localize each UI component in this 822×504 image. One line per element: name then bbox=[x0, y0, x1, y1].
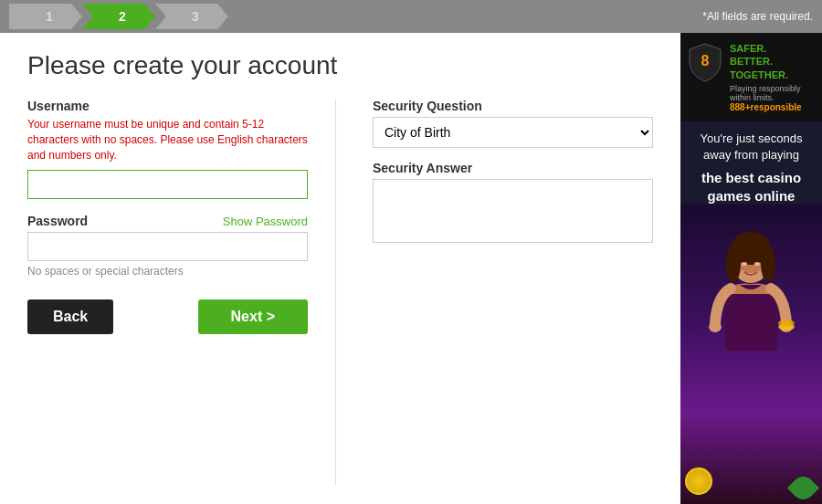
back-button[interactable]: Back bbox=[27, 299, 113, 334]
shield-icon: 8 bbox=[688, 42, 722, 82]
ad-casino-text: the best casino games online bbox=[694, 169, 808, 205]
security-answer-label: Security Answer bbox=[373, 161, 653, 175]
password-hint: No spaces or special characters bbox=[27, 265, 308, 278]
ad-brand: 888+responsible bbox=[730, 102, 815, 112]
form-right: Security Question City of Birth Mother's… bbox=[364, 99, 653, 486]
password-row: Password Show Password bbox=[27, 214, 308, 228]
next-button[interactable]: Next > bbox=[198, 299, 308, 334]
page-title: Please create your account bbox=[27, 51, 653, 80]
progress-steps: 1 2 3 bbox=[9, 4, 702, 29]
svg-point-9 bbox=[709, 321, 722, 332]
sidebar-ad: 8 SAFER. BETTER. TOGETHER. Playing respo… bbox=[680, 33, 822, 504]
username-input[interactable] bbox=[27, 170, 308, 199]
step-1-label: 1 bbox=[9, 4, 82, 29]
svg-point-7 bbox=[754, 262, 760, 266]
coin-decoration bbox=[685, 467, 712, 495]
ad-top: 8 SAFER. BETTER. TOGETHER. Playing respo… bbox=[680, 33, 822, 121]
ad-tagline: SAFER. BETTER. TOGETHER. bbox=[730, 42, 815, 81]
svg-point-4 bbox=[726, 246, 741, 282]
buttons-row: Back Next > bbox=[27, 299, 308, 334]
security-question-select[interactable]: City of Birth Mother's Maiden Name Name … bbox=[373, 117, 653, 148]
step-3-label: 3 bbox=[155, 4, 228, 29]
username-label: Username bbox=[27, 99, 308, 113]
show-password-link[interactable]: Show Password bbox=[223, 215, 308, 228]
security-answer-input[interactable] bbox=[373, 179, 653, 243]
step-2: 2 bbox=[82, 4, 155, 29]
ad-subtext: Playing responsibly within limits. bbox=[730, 84, 815, 102]
svg-point-6 bbox=[742, 262, 747, 266]
security-question-label: Security Question bbox=[373, 99, 653, 113]
ad-tagline-block: SAFER. BETTER. TOGETHER. Playing respons… bbox=[730, 42, 815, 112]
step-3: 3 bbox=[155, 4, 228, 29]
progress-bar: 1 2 3 *All fields are required. bbox=[0, 0, 822, 33]
ad-promo-text: You're just seconds away from playing bbox=[693, 121, 810, 169]
password-label: Password bbox=[27, 214, 88, 228]
svg-point-5 bbox=[761, 246, 775, 282]
svg-point-12 bbox=[778, 320, 795, 327]
step-1: 1 bbox=[9, 4, 82, 29]
form-area: Please create your account Username Your… bbox=[0, 33, 680, 504]
main-area: Please create your account Username Your… bbox=[0, 33, 822, 504]
svg-text:8: 8 bbox=[701, 53, 710, 68]
svg-rect-8 bbox=[725, 294, 777, 351]
form-columns: Username Your username must be unique an… bbox=[27, 99, 653, 486]
step-2-label: 2 bbox=[82, 4, 155, 29]
required-note: *All fields are required. bbox=[702, 10, 813, 23]
leaf-decoration bbox=[787, 472, 819, 504]
password-input[interactable] bbox=[27, 232, 308, 261]
ad-image-area bbox=[680, 205, 822, 504]
username-error: Your username must be unique and contain… bbox=[27, 117, 308, 163]
form-left: Username Your username must be unique an… bbox=[27, 99, 336, 486]
